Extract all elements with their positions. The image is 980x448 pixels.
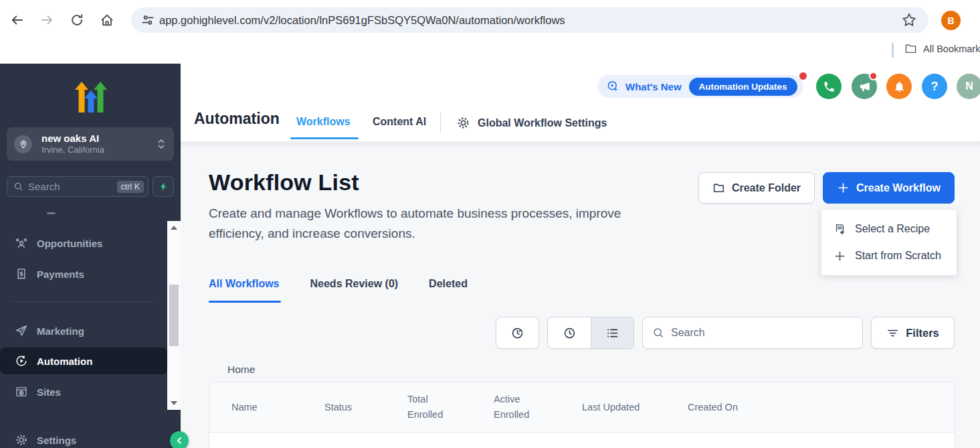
sidebar-item-sites[interactable]: Sites — [0, 378, 167, 405]
active-tab-underline — [209, 301, 281, 303]
menu-item-start-from-scratch[interactable]: Start from Scratch — [821, 242, 957, 269]
filters-button[interactable]: Filters — [871, 317, 955, 349]
workflow-search[interactable] — [642, 317, 863, 349]
url-bar[interactable] — [131, 7, 928, 33]
sidebar-item-opportunities[interactable]: Opportunities — [0, 230, 167, 256]
create-workflow-label: Create Workflow — [856, 182, 941, 194]
menu-item-label: Select a Recipe — [855, 223, 930, 235]
workflow-tabs: All Workflows Needs Review (0) Deleted — [209, 278, 468, 290]
whats-new-button[interactable]: What's New Automation Updates — [597, 75, 803, 98]
payments-icon: $ — [15, 267, 28, 281]
sidebar-item-settings[interactable]: Settings — [0, 427, 167, 448]
sidebar-item-automation[interactable]: Automation — [0, 348, 167, 374]
view-toggle — [547, 317, 634, 349]
breadcrumb-home[interactable]: Home — [227, 364, 255, 376]
create-folder-button[interactable]: Create Folder — [698, 172, 815, 204]
tab-workflows[interactable]: Workflows — [296, 116, 351, 128]
automation-updates-button[interactable]: Automation Updates — [689, 78, 797, 96]
sidebar-collapse-button[interactable] — [170, 431, 189, 448]
screen: B All Bookmarks new oaks AI Irvine, Cali… — [0, 0, 980, 448]
quick-actions-button[interactable] — [153, 176, 174, 197]
sidebar-item-label: Opportunities — [37, 238, 102, 249]
sidebar-item-marketing[interactable]: Marketing — [0, 317, 167, 344]
sidebar: new oaks AI Irvine, California ctrl K Op… — [0, 64, 181, 448]
list-icon — [605, 326, 619, 340]
location-city: Irvine, California — [41, 145, 104, 155]
menu-item-select-recipe[interactable]: Select a Recipe — [821, 216, 957, 242]
tab-deleted[interactable]: Deleted — [429, 278, 468, 290]
opportunities-icon — [15, 236, 28, 250]
phone-button[interactable] — [816, 74, 842, 99]
sites-icon — [15, 385, 28, 398]
sidebar-search[interactable]: ctrl K — [7, 176, 149, 197]
scroll-up-button[interactable] — [171, 226, 177, 230]
browser-toolbar: B — [0, 0, 980, 37]
create-workflow-button[interactable]: Create Workflow — [823, 172, 955, 204]
page-title: Automation — [194, 110, 280, 128]
menu-item-label: Start from Scratch — [855, 250, 941, 262]
sidebar-item-label: Settings — [37, 435, 76, 446]
column-header-status: Status — [324, 400, 407, 415]
execution-history-button[interactable] — [496, 317, 539, 349]
back-button[interactable] — [10, 13, 25, 27]
home-button[interactable] — [100, 13, 114, 27]
list-view-button[interactable] — [591, 317, 633, 348]
header-divider — [440, 113, 441, 133]
user-avatar[interactable]: N — [957, 74, 980, 99]
chevron-left-icon — [175, 436, 184, 445]
scrolled-item-fragment — [47, 212, 56, 214]
url-input[interactable] — [159, 14, 928, 27]
all-bookmarks-button[interactable]: All Bookmarks — [904, 42, 980, 55]
sidebar-item-label: Sites — [37, 386, 61, 398]
create-folder-label: Create Folder — [732, 182, 801, 194]
megaphone-icon — [858, 80, 871, 93]
main-area: Automation Workflows Content AI Global W… — [181, 64, 980, 448]
schedule-view-button[interactable] — [548, 317, 591, 348]
workflows-table: Name Status Total Enrolled Active Enroll… — [209, 382, 955, 448]
browser-profile-avatar[interactable]: B — [941, 11, 961, 30]
bookmarks-separator — [892, 43, 894, 58]
global-workflow-settings-label: Global Workflow Settings — [478, 117, 607, 129]
folder-icon — [904, 42, 917, 55]
reload-button[interactable] — [70, 13, 84, 27]
help-button[interactable]: ? — [922, 74, 947, 99]
table-header-row: Name Status Total Enrolled Active Enroll… — [209, 382, 955, 433]
column-header-created-on: Created On — [688, 400, 955, 415]
clock-icon — [563, 326, 577, 340]
active-tab-underline — [290, 137, 359, 139]
column-header-name: Name — [209, 400, 324, 415]
user-avatar-initial: N — [965, 80, 973, 92]
sidebar-item-payments[interactable]: $ Payments — [0, 260, 167, 287]
bookmark-star-icon[interactable] — [902, 13, 916, 27]
plus-icon — [837, 181, 850, 194]
site-info-icon[interactable] — [140, 13, 155, 27]
recipe-icon — [834, 223, 846, 236]
tab-needs-review[interactable]: Needs Review (0) — [310, 278, 399, 290]
location-name: new oaks AI — [41, 133, 104, 145]
tab-all-workflows[interactable]: All Workflows — [209, 278, 280, 290]
column-header-last-updated: Last Updated — [582, 400, 688, 415]
workflow-list-section: Workflow List Create and manage Workflow… — [181, 143, 980, 448]
create-workflow-menu: Select a Recipe Start from Scratch — [821, 210, 957, 275]
global-workflow-settings-button[interactable]: Global Workflow Settings — [456, 116, 607, 130]
tab-content-ai[interactable]: Content AI — [373, 116, 426, 128]
sidebar-scrollbar[interactable] — [167, 221, 181, 410]
whats-new-label: What's New — [625, 81, 682, 92]
column-header-total-enrolled: Total Enrolled — [407, 392, 494, 423]
forward-button[interactable] — [39, 13, 54, 27]
folder-icon — [712, 181, 725, 194]
location-pin-icon — [14, 135, 32, 153]
workflow-search-input[interactable] — [671, 327, 853, 339]
sidebar-item-label: Automation — [37, 356, 92, 367]
section-title: Workflow List — [209, 169, 359, 196]
scrollbar-thumb[interactable] — [169, 285, 179, 346]
svg-text:$: $ — [19, 271, 23, 277]
bolt-icon — [159, 181, 169, 192]
location-switcher[interactable]: new oaks AI Irvine, California — [7, 127, 174, 161]
scroll-down-button[interactable] — [171, 401, 177, 405]
marketing-icon — [15, 324, 28, 338]
search-shortcut-badge: ctrl K — [117, 181, 144, 193]
notifications-button[interactable] — [886, 74, 912, 99]
sidebar-search-input[interactable] — [28, 181, 117, 192]
page-header: Automation Workflows Content AI Global W… — [181, 64, 980, 142]
